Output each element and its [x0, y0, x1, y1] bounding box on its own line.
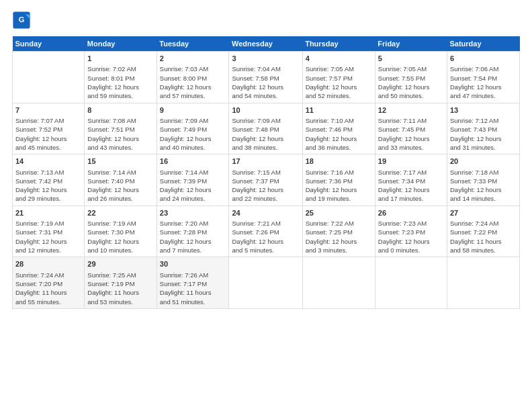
day-number: 14 [15, 156, 81, 167]
day-number: 21 [15, 208, 81, 218]
day-cell: 30Sunrise: 7:26 AMSunset: 7:17 PMDayligh… [157, 257, 229, 309]
day-cell: 17Sunrise: 7:15 AMSunset: 7:37 PMDayligh… [229, 154, 302, 206]
day-cell: 15Sunrise: 7:14 AMSunset: 7:40 PMDayligh… [85, 154, 157, 206]
day-number: 11 [306, 105, 372, 116]
day-number: 25 [306, 208, 372, 218]
day-number: 28 [15, 259, 81, 269]
day-cell [375, 257, 447, 309]
day-cell [13, 52, 85, 103]
day-info: Sunrise: 7:08 AMSunset: 7:51 PMDaylight:… [87, 116, 153, 152]
day-number: 17 [232, 156, 299, 167]
header-cell-saturday: Saturday [447, 36, 520, 52]
day-number: 23 [160, 208, 226, 218]
day-number: 8 [87, 105, 153, 116]
week-row-4: 28Sunrise: 7:24 AMSunset: 7:20 PMDayligh… [13, 257, 520, 309]
day-info: Sunrise: 7:14 AMSunset: 7:39 PMDaylight:… [160, 168, 226, 203]
day-info: Sunrise: 7:18 AMSunset: 7:33 PMDaylight:… [450, 168, 517, 203]
header-cell-sunday: Sunday [13, 36, 85, 52]
day-info: Sunrise: 7:02 AMSunset: 8:01 PMDaylight:… [87, 64, 153, 100]
day-cell: 22Sunrise: 7:19 AMSunset: 7:30 PMDayligh… [85, 205, 157, 257]
day-info: Sunrise: 7:13 AMSunset: 7:42 PMDaylight:… [15, 168, 81, 203]
day-info: Sunrise: 7:22 AMSunset: 7:25 PMDaylight:… [306, 219, 372, 255]
day-number: 26 [378, 208, 444, 218]
day-info: Sunrise: 7:24 AMSunset: 7:20 PMDaylight:… [15, 271, 81, 306]
day-info: Sunrise: 7:07 AMSunset: 7:52 PMDaylight:… [15, 116, 81, 152]
day-cell: 12Sunrise: 7:11 AMSunset: 7:45 PMDayligh… [375, 103, 447, 154]
header-row: SundayMondayTuesdayWednesdayThursdayFrid… [13, 36, 520, 52]
day-cell: 10Sunrise: 7:09 AMSunset: 7:48 PMDayligh… [229, 103, 302, 154]
day-number: 7 [15, 105, 81, 116]
day-cell: 7Sunrise: 7:07 AMSunset: 7:52 PMDaylight… [13, 103, 85, 154]
day-info: Sunrise: 7:16 AMSunset: 7:36 PMDaylight:… [306, 168, 372, 203]
day-number: 15 [87, 156, 153, 167]
day-info: Sunrise: 7:05 AMSunset: 7:55 PMDaylight:… [378, 64, 444, 100]
calendar-table: SundayMondayTuesdayWednesdayThursdayFrid… [12, 36, 520, 309]
day-cell: 23Sunrise: 7:20 AMSunset: 7:28 PMDayligh… [157, 205, 229, 257]
day-cell [302, 257, 375, 309]
day-number: 3 [232, 54, 299, 64]
day-cell: 26Sunrise: 7:23 AMSunset: 7:23 PMDayligh… [375, 205, 447, 257]
day-info: Sunrise: 7:14 AMSunset: 7:40 PMDaylight:… [87, 168, 153, 203]
day-cell: 29Sunrise: 7:25 AMSunset: 7:19 PMDayligh… [85, 257, 157, 309]
day-cell [229, 257, 302, 309]
calendar-body: 1Sunrise: 7:02 AMSunset: 8:01 PMDaylight… [13, 52, 520, 309]
day-cell: 8Sunrise: 7:08 AMSunset: 7:51 PMDaylight… [85, 103, 157, 154]
svg-text:G: G [19, 15, 25, 24]
day-info: Sunrise: 7:04 AMSunset: 7:58 PMDaylight:… [232, 64, 299, 100]
day-number: 22 [87, 208, 153, 218]
day-cell: 18Sunrise: 7:16 AMSunset: 7:36 PMDayligh… [302, 154, 375, 206]
day-cell: 24Sunrise: 7:21 AMSunset: 7:26 PMDayligh… [229, 205, 302, 257]
header-cell-friday: Friday [375, 36, 447, 52]
day-info: Sunrise: 7:06 AMSunset: 7:54 PMDaylight:… [450, 64, 517, 100]
day-number: 12 [378, 105, 444, 116]
day-number: 18 [306, 156, 372, 167]
day-cell: 14Sunrise: 7:13 AMSunset: 7:42 PMDayligh… [13, 154, 85, 206]
header-cell-wednesday: Wednesday [229, 36, 302, 52]
day-info: Sunrise: 7:25 AMSunset: 7:19 PMDaylight:… [87, 271, 153, 306]
day-number: 6 [450, 54, 517, 64]
day-cell: 6Sunrise: 7:06 AMSunset: 7:54 PMDaylight… [447, 52, 520, 103]
header-cell-tuesday: Tuesday [157, 36, 229, 52]
day-number: 20 [450, 156, 517, 167]
header-cell-thursday: Thursday [302, 36, 375, 52]
day-info: Sunrise: 7:21 AMSunset: 7:26 PMDaylight:… [232, 219, 299, 255]
day-info: Sunrise: 7:19 AMSunset: 7:31 PMDaylight:… [15, 219, 81, 255]
day-cell: 4Sunrise: 7:05 AMSunset: 7:57 PMDaylight… [302, 52, 375, 103]
day-info: Sunrise: 7:11 AMSunset: 7:45 PMDaylight:… [378, 116, 444, 152]
week-row-2: 14Sunrise: 7:13 AMSunset: 7:42 PMDayligh… [13, 154, 520, 206]
day-number: 9 [160, 105, 226, 116]
day-cell: 21Sunrise: 7:19 AMSunset: 7:31 PMDayligh… [13, 205, 85, 257]
day-info: Sunrise: 7:23 AMSunset: 7:23 PMDaylight:… [378, 219, 444, 255]
day-info: Sunrise: 7:26 AMSunset: 7:17 PMDaylight:… [160, 271, 226, 306]
day-info: Sunrise: 7:19 AMSunset: 7:30 PMDaylight:… [87, 219, 153, 255]
day-info: Sunrise: 7:12 AMSunset: 7:43 PMDaylight:… [450, 116, 517, 152]
day-info: Sunrise: 7:15 AMSunset: 7:37 PMDaylight:… [232, 168, 299, 203]
day-cell: 28Sunrise: 7:24 AMSunset: 7:20 PMDayligh… [13, 257, 85, 309]
day-cell: 9Sunrise: 7:09 AMSunset: 7:49 PMDaylight… [157, 103, 229, 154]
logo-icon: G [12, 11, 31, 30]
day-cell: 3Sunrise: 7:04 AMSunset: 7:58 PMDaylight… [229, 52, 302, 103]
day-info: Sunrise: 7:05 AMSunset: 7:57 PMDaylight:… [306, 64, 372, 100]
day-number: 10 [232, 105, 299, 116]
day-number: 1 [87, 54, 153, 64]
header: G [12, 11, 520, 30]
logo: G [12, 11, 32, 30]
day-number: 29 [87, 259, 153, 269]
day-number: 30 [160, 259, 226, 269]
header-cell-monday: Monday [85, 36, 157, 52]
week-row-3: 21Sunrise: 7:19 AMSunset: 7:31 PMDayligh… [13, 205, 520, 257]
day-cell: 2Sunrise: 7:03 AMSunset: 8:00 PMDaylight… [157, 52, 229, 103]
day-cell: 19Sunrise: 7:17 AMSunset: 7:34 PMDayligh… [375, 154, 447, 206]
day-cell: 25Sunrise: 7:22 AMSunset: 7:25 PMDayligh… [302, 205, 375, 257]
day-cell [447, 257, 520, 309]
day-number: 13 [450, 105, 517, 116]
day-cell: 20Sunrise: 7:18 AMSunset: 7:33 PMDayligh… [447, 154, 520, 206]
page: G SundayMondayTuesdayWednesdayThursdayFr… [0, 0, 532, 411]
day-info: Sunrise: 7:09 AMSunset: 7:49 PMDaylight:… [160, 116, 226, 152]
day-info: Sunrise: 7:20 AMSunset: 7:28 PMDaylight:… [160, 219, 226, 255]
day-number: 16 [160, 156, 226, 167]
day-cell: 27Sunrise: 7:24 AMSunset: 7:22 PMDayligh… [447, 205, 520, 257]
day-info: Sunrise: 7:17 AMSunset: 7:34 PMDaylight:… [378, 168, 444, 203]
day-cell: 13Sunrise: 7:12 AMSunset: 7:43 PMDayligh… [447, 103, 520, 154]
day-cell: 16Sunrise: 7:14 AMSunset: 7:39 PMDayligh… [157, 154, 229, 206]
